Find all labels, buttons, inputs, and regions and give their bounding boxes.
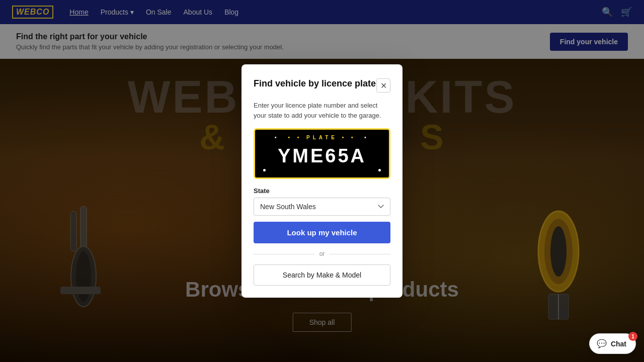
modal-header: Find vehicle by licence plate ✕ <box>254 78 390 93</box>
chat-icon: 💬 <box>597 339 607 348</box>
plate-dot-bl <box>263 169 266 171</box>
plate-number: YME65A <box>261 143 383 169</box>
plate-corner-dots <box>261 169 383 171</box>
state-label: State <box>254 187 390 195</box>
vehicle-lookup-modal: Find vehicle by licence plate ✕ Enter yo… <box>242 64 403 298</box>
chat-widget: 💬 Chat 1 <box>589 333 636 354</box>
modal-title: Find vehicle by licence plate <box>254 78 376 89</box>
lookup-vehicle-button[interactable]: Look up my vehicle <box>254 222 390 243</box>
chat-badge: 1 <box>628 332 637 341</box>
modal-close-button[interactable]: ✕ <box>376 78 390 93</box>
search-make-model-button[interactable]: Search by Make & Model <box>254 264 390 286</box>
plate-dot-right: • • <box>342 135 356 140</box>
plate-dot-br <box>378 169 381 171</box>
modal-description: Enter your licence plate number and sele… <box>254 101 390 120</box>
modal-overlay[interactable]: Find vehicle by licence plate ✕ Enter yo… <box>0 0 644 362</box>
plate-label: • • PLATE • • <box>261 135 383 140</box>
chat-button[interactable]: 💬 Chat 1 <box>589 333 636 354</box>
divider-text: or <box>319 250 325 257</box>
license-plate: • • PLATE • • YME65A <box>254 128 390 179</box>
state-select[interactable]: New South Wales Victoria Queensland Sout… <box>254 198 390 216</box>
divider: or <box>254 250 390 257</box>
close-icon: ✕ <box>380 81 387 90</box>
divider-line-left <box>254 254 314 254</box>
divider-line-right <box>330 254 390 254</box>
plate-dot-left: • • <box>288 135 306 140</box>
chat-label: Chat <box>611 340 626 348</box>
